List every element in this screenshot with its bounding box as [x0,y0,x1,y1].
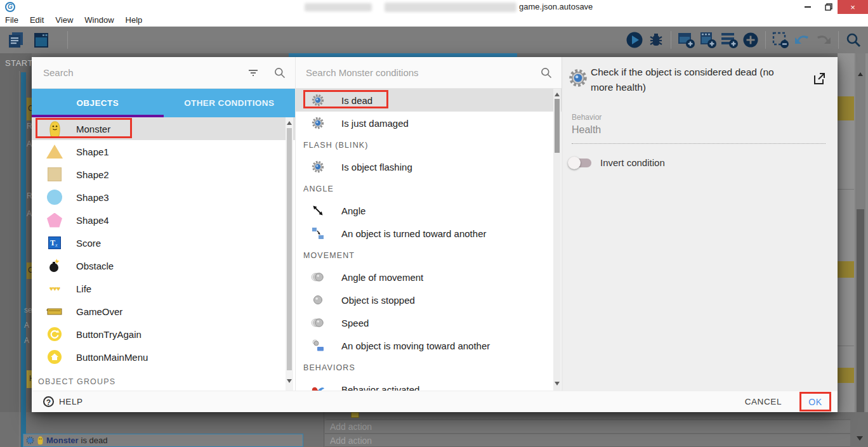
start-tab-label[interactable]: START [5,58,32,68]
event-object-name: Monster [46,436,79,445]
restore-button[interactable] [820,0,838,14]
add-external-layout-button[interactable] [718,29,740,51]
undo-button[interactable] [791,29,813,51]
menu-window[interactable]: Window [79,15,119,25]
add-external-events-button[interactable] [697,29,718,51]
scroll-down-icon[interactable] [857,436,863,441]
events-sheet-bottom: Add action Add action Monster is dead [0,412,868,447]
condition-label: Angle of movement [341,272,423,283]
list-item-buttontryagain[interactable]: ButtonTryAgain [32,323,295,346]
scroll-down-icon[interactable] [287,379,292,383]
objects-search-input[interactable] [43,67,247,78]
selected-event-condition-row[interactable]: Monster is dead [23,434,303,447]
condition-label: Speed [341,318,369,328]
search-events-button[interactable] [843,29,864,51]
frame-minus-icon [771,30,790,49]
list-item-shape2[interactable]: Shape2 [32,163,295,186]
event-tree-line [19,71,20,412]
objects-search-bar [32,57,295,89]
scrollbar-thumb[interactable] [555,99,560,153]
ok-button[interactable]: OK [808,397,822,407]
list-item-gameover[interactable]: GameOver [32,300,295,323]
condition-behavior-activated[interactable]: Behavior activated [296,378,562,391]
event-indent-bar [21,72,26,412]
condition-is-object-flashing[interactable]: Is object flashing [296,155,562,178]
diagonal-arrow-icon [311,204,325,217]
list-item-monster[interactable]: Monster [32,117,295,140]
project-manager-button[interactable] [5,29,27,51]
list-item-shape3[interactable]: Shape3 [32,186,295,209]
question-mark-icon: ? [43,396,54,407]
scroll-down-icon[interactable] [555,382,560,385]
invert-condition-toggle[interactable] [570,159,591,167]
condition-object-is-stopped[interactable]: Object is stopped [296,288,562,311]
condition-angle[interactable]: Angle [296,199,562,222]
tab-objects[interactable]: OBJECTS [32,89,164,117]
open-in-new-icon[interactable] [812,71,827,89]
behavior-select[interactable]: Health [572,124,601,136]
tutorial-highlight-box [303,90,388,108]
scroll-up-icon[interactable] [287,121,292,125]
add-action-row[interactable]: Add action [325,434,850,447]
undo-icon [793,31,811,49]
add-scene-button[interactable] [675,29,697,51]
menu-help[interactable]: Help [120,15,148,25]
condition-angle-of-movement[interactable]: Angle of movement [296,266,562,288]
scrollbar-thumb[interactable] [287,128,292,370]
minimize-button[interactable] [798,0,817,14]
plus-circle-icon [742,31,760,49]
events-sheet-left-edge: START C Re A Re A O se A A H [0,53,32,412]
add-action-label[interactable]: Add action [330,436,372,446]
event-text-fragment: Re [27,191,32,200]
scroll-up-icon[interactable] [858,72,863,76]
list-item-score[interactable]: T x Score [32,231,295,254]
condition-is-just-damaged[interactable]: Is just damaged [296,112,562,134]
list-item-life[interactable]: ♥♥♥ Life [32,277,295,300]
toolbar-separator [838,31,839,49]
row-divider [838,346,854,346]
add-resource-button[interactable] [740,29,761,51]
event-tree-line [19,412,20,447]
condition-label: Behavior activated [341,384,419,391]
play-button[interactable] [624,29,645,51]
toolbar-separator [67,31,68,49]
redo-button[interactable] [813,29,834,51]
filter-icon[interactable] [247,67,260,79]
condition-is-dead[interactable]: Is dead [296,89,562,112]
add-scene-icon [676,30,695,49]
scroll-up-icon[interactable] [555,93,560,96]
toolbar-separator [765,31,766,49]
add-action-row[interactable]: Add action [325,420,850,434]
conditions-search-input[interactable] [306,67,540,78]
scrollbar-thumb[interactable] [857,209,864,412]
minimize-icon [805,6,811,8]
search-icon [845,31,862,49]
scene-editor-button[interactable] [30,29,52,51]
close-button[interactable]: × [838,0,868,14]
tab-other-conditions[interactable]: OTHER CONDITIONS [164,89,296,117]
behavior-field-label: Behavior [572,113,602,122]
redo-icon [815,31,832,49]
help-button[interactable]: ? HELP [43,396,83,407]
list-item-shape1[interactable]: Shape1 [32,140,295,163]
menu-edit[interactable]: Edit [24,15,49,25]
list-item-obstacle[interactable]: Obstacle [32,254,295,277]
condition-speed[interactable]: Speed [296,311,562,334]
choose-condition-dialog: OBJECTS OTHER CONDITIONS Monster [32,57,838,412]
list-item-buttonmainmenu[interactable]: ButtonMainMenu [32,346,295,368]
debug-button[interactable] [645,29,667,51]
menu-view[interactable]: View [49,15,79,25]
moving-circles-icon [311,316,325,330]
drop-indicator-line [327,419,850,420]
stopped-circle-icon [311,293,325,307]
condition-turned-toward[interactable]: An object is turned toward another [296,222,562,245]
object-label: ButtonTryAgain [76,329,141,340]
dialog-footer: ? HELP CANCEL OK [32,391,838,412]
add-action-label[interactable]: Add action [330,422,372,432]
remove-element-button[interactable] [770,29,791,51]
list-item-shape4[interactable]: Shape4 [32,209,295,231]
menu-file[interactable]: File [0,15,24,25]
cancel-button[interactable]: CANCEL [745,397,782,406]
add-external-layout-icon [720,30,739,49]
condition-moving-toward[interactable]: An object is moving toward another [296,334,562,357]
